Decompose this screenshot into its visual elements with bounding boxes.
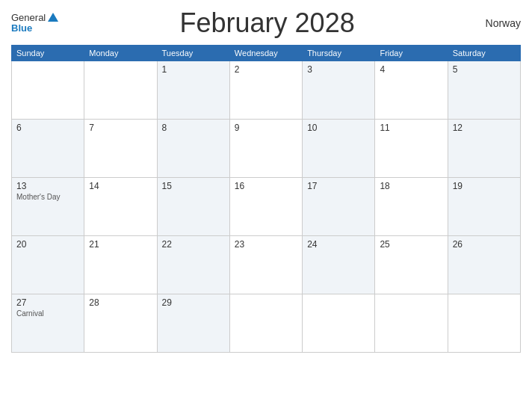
calendar-cell: [303, 294, 375, 353]
calendar-cell: 14: [84, 178, 157, 236]
day-number: 23: [235, 239, 297, 250]
logo-triangle-icon: [48, 13, 58, 22]
calendar-header: General Blue February 2028 Norway: [11, 7, 521, 39]
calendar-cell: 17: [303, 178, 375, 236]
calendar-cell: 1: [157, 61, 229, 120]
weekday-header-row: SundayMondayTuesdayWednesdayThursdayFrid…: [12, 46, 521, 61]
calendar-cell: 28: [84, 294, 157, 353]
calendar-cell: 27Carnival: [12, 294, 84, 353]
day-number: 27: [16, 297, 79, 308]
week-row-4: 27Carnival2829: [12, 294, 521, 353]
calendar-cell: 13Mother's Day: [12, 178, 84, 236]
day-number: 16: [235, 181, 297, 191]
week-row-1: 6789101112: [12, 120, 521, 178]
calendar-cell: 25: [375, 236, 448, 294]
weekday-header-sunday: Sunday: [12, 46, 84, 61]
day-number: 4: [380, 64, 442, 75]
calendar-cell: 22: [157, 236, 229, 294]
day-number: 2: [235, 64, 297, 75]
calendar-cell: 21: [84, 236, 157, 294]
calendar-cell: [229, 294, 302, 353]
day-number: 14: [89, 181, 152, 191]
day-number: 8: [162, 123, 225, 133]
week-row-0: 12345: [12, 61, 521, 120]
calendar-cell: 20: [12, 236, 84, 294]
day-number: 20: [16, 239, 79, 250]
day-event: Mother's Day: [16, 193, 79, 201]
calendar-cell: 15: [157, 178, 229, 236]
week-row-3: 20212223242526: [12, 236, 521, 294]
weekday-header-wednesday: Wednesday: [229, 46, 302, 61]
calendar-cell: 6: [12, 120, 84, 178]
calendar-container: General Blue February 2028 Norway Sunday…: [0, 0, 532, 411]
logo-blue-text: Blue: [11, 23, 32, 34]
day-number: 22: [162, 239, 225, 250]
logo: General Blue: [11, 13, 58, 34]
day-number: 21: [89, 239, 152, 250]
calendar-cell: 24: [303, 236, 375, 294]
day-number: 7: [89, 123, 152, 133]
weekday-header-friday: Friday: [375, 46, 448, 61]
calendar-cell: [448, 294, 520, 353]
day-number: 9: [235, 123, 297, 133]
day-number: 3: [307, 64, 370, 75]
weekday-header-monday: Monday: [84, 46, 157, 61]
day-number: 15: [162, 181, 225, 191]
calendar-cell: 5: [448, 61, 520, 120]
calendar-cell: 3: [303, 61, 375, 120]
day-number: 25: [380, 239, 442, 250]
day-number: 24: [307, 239, 370, 250]
weekday-header-tuesday: Tuesday: [157, 46, 229, 61]
calendar-cell: [375, 294, 448, 353]
calendar-cell: 9: [229, 120, 302, 178]
calendar-cell: 18: [375, 178, 448, 236]
day-number: 19: [453, 181, 516, 191]
calendar-grid: SundayMondayTuesdayWednesdayThursdayFrid…: [11, 45, 521, 353]
calendar-cell: 11: [375, 120, 448, 178]
day-number: 28: [89, 297, 152, 308]
calendar-cell: 23: [229, 236, 302, 294]
week-row-2: 13Mother's Day141516171819: [12, 178, 521, 236]
day-number: 11: [380, 123, 442, 133]
day-number: 13: [16, 181, 79, 191]
logo-general-text: General: [11, 13, 46, 23]
calendar-cell: 16: [229, 178, 302, 236]
day-number: 17: [307, 181, 370, 191]
calendar-cell: 12: [448, 120, 520, 178]
calendar-title: February 2028: [58, 7, 476, 39]
calendar-cell: [12, 61, 84, 120]
calendar-cell: 19: [448, 178, 520, 236]
weekday-header-saturday: Saturday: [448, 46, 520, 61]
day-number: 1: [162, 64, 225, 75]
day-number: 5: [453, 64, 516, 75]
day-number: 26: [453, 239, 516, 250]
day-number: 10: [307, 123, 370, 133]
weekday-header-thursday: Thursday: [303, 46, 375, 61]
calendar-cell: 26: [448, 236, 520, 294]
calendar-cell: 7: [84, 120, 157, 178]
day-number: 18: [380, 181, 442, 191]
day-event: Carnival: [16, 309, 79, 318]
day-number: 29: [162, 297, 225, 308]
calendar-cell: 4: [375, 61, 448, 120]
calendar-cell: 2: [229, 61, 302, 120]
country-name: Norway: [476, 17, 521, 29]
calendar-cell: [84, 61, 157, 120]
day-number: 12: [453, 123, 516, 133]
calendar-cell: 29: [157, 294, 229, 353]
day-number: 6: [16, 123, 79, 133]
calendar-cell: 8: [157, 120, 229, 178]
calendar-cell: 10: [303, 120, 375, 178]
